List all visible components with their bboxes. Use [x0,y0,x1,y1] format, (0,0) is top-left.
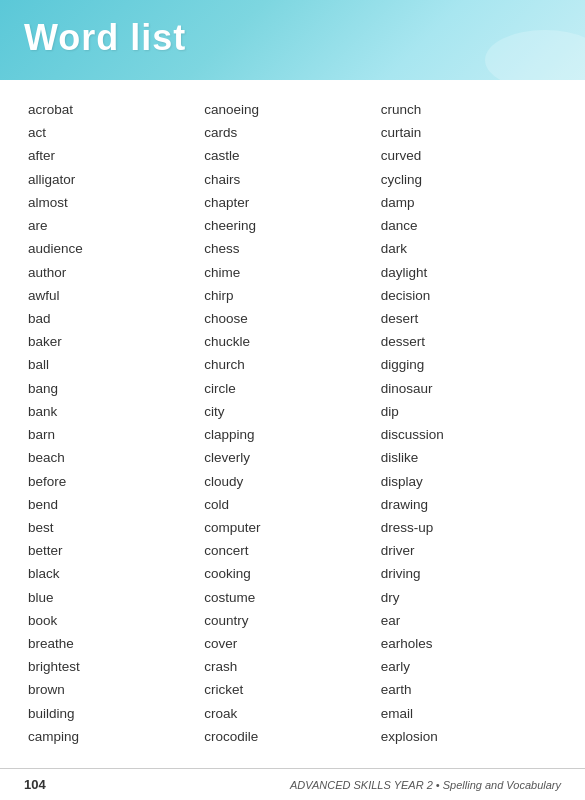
list-item: cooking [204,562,380,585]
list-item: drawing [381,493,557,516]
word-column-2: canoeingcardscastlechairschaptercheering… [204,98,380,748]
list-item: dark [381,237,557,260]
list-item: almost [28,191,204,214]
list-item: cards [204,121,380,144]
list-item: dinosaur [381,377,557,400]
list-item: desert [381,307,557,330]
list-item: author [28,261,204,284]
list-item: beach [28,446,204,469]
list-item: dislike [381,446,557,469]
list-item: costume [204,586,380,609]
list-item: discussion [381,423,557,446]
list-item: earth [381,678,557,701]
list-item: dip [381,400,557,423]
list-item: baker [28,330,204,353]
list-item: cycling [381,168,557,191]
list-item: cover [204,632,380,655]
list-item: circle [204,377,380,400]
list-item: blue [28,586,204,609]
list-item: computer [204,516,380,539]
list-item: dessert [381,330,557,353]
list-item: chuckle [204,330,380,353]
list-item: chime [204,261,380,284]
list-item: cheering [204,214,380,237]
list-item: clapping [204,423,380,446]
page-number: 104 [24,777,46,792]
list-item: decision [381,284,557,307]
list-item: bad [28,307,204,330]
list-item: curved [381,144,557,167]
list-item: daylight [381,261,557,284]
list-item: after [28,144,204,167]
list-item: cloudy [204,470,380,493]
list-item: barn [28,423,204,446]
list-item: camping [28,725,204,748]
list-item: earholes [381,632,557,655]
word-column-1: acrobatactafteralligatoralmostareaudienc… [28,98,204,748]
list-item: before [28,470,204,493]
list-item: ball [28,353,204,376]
list-item: cold [204,493,380,516]
list-item: bank [28,400,204,423]
list-item: city [204,400,380,423]
list-item: alligator [28,168,204,191]
page-header: Word list [0,0,585,80]
list-item: dry [381,586,557,609]
word-columns: acrobatactafteralligatoralmostareaudienc… [28,98,557,748]
list-item: cleverly [204,446,380,469]
list-item: choose [204,307,380,330]
word-list-content: acrobatactafteralligatoralmostareaudienc… [0,80,585,778]
footer-text: ADVANCED SKILLS YEAR 2 • Spelling and Vo… [290,779,561,791]
page-title: Word list [24,17,186,59]
list-item: audience [28,237,204,260]
list-item: chess [204,237,380,260]
list-item: castle [204,144,380,167]
list-item: acrobat [28,98,204,121]
page-footer: 104 ADVANCED SKILLS YEAR 2 • Spelling an… [0,768,585,800]
list-item: book [28,609,204,632]
list-item: breathe [28,632,204,655]
list-item: digging [381,353,557,376]
list-item: best [28,516,204,539]
list-item: driver [381,539,557,562]
list-item: crunch [381,98,557,121]
list-item: brown [28,678,204,701]
list-item: croak [204,702,380,725]
list-item: church [204,353,380,376]
word-column-3: crunchcurtaincurvedcyclingdampdancedarkd… [381,98,557,748]
list-item: ear [381,609,557,632]
list-item: explosion [381,725,557,748]
list-item: dress-up [381,516,557,539]
list-item: dance [381,214,557,237]
list-item: black [28,562,204,585]
list-item: damp [381,191,557,214]
list-item: driving [381,562,557,585]
list-item: awful [28,284,204,307]
list-item: chapter [204,191,380,214]
list-item: act [28,121,204,144]
list-item: brightest [28,655,204,678]
list-item: chirp [204,284,380,307]
list-item: are [28,214,204,237]
list-item: display [381,470,557,493]
list-item: crocodile [204,725,380,748]
list-item: bang [28,377,204,400]
list-item: building [28,702,204,725]
list-item: cricket [204,678,380,701]
list-item: better [28,539,204,562]
list-item: email [381,702,557,725]
list-item: chairs [204,168,380,191]
list-item: bend [28,493,204,516]
list-item: concert [204,539,380,562]
list-item: early [381,655,557,678]
list-item: curtain [381,121,557,144]
list-item: crash [204,655,380,678]
list-item: country [204,609,380,632]
list-item: canoeing [204,98,380,121]
